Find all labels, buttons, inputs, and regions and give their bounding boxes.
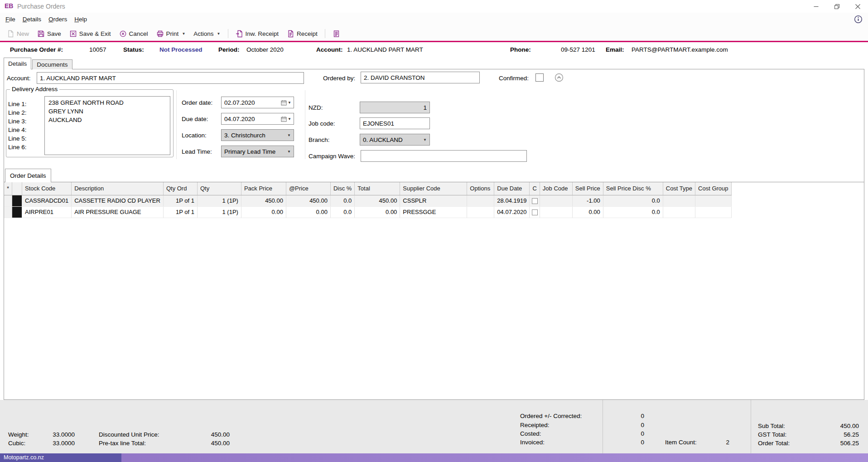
grid-cell[interactable]: AIRPRE01 [22, 206, 72, 218]
help-info-button[interactable] [854, 15, 863, 25]
grid-cell[interactable]: 0.00 [286, 206, 330, 218]
calendar-icon[interactable] [281, 100, 287, 106]
close-button[interactable] [847, 0, 868, 13]
grid-cell[interactable]: 04.07.2020 [494, 206, 530, 218]
grid-cell[interactable] [695, 206, 731, 218]
menu-details[interactable]: Details [19, 13, 45, 26]
grid-col-header[interactable]: Stock Code [22, 182, 72, 195]
order-date-dropdown-arrow[interactable]: ▼ [288, 101, 291, 105]
tab-documents[interactable]: Documents [32, 59, 72, 69]
grid-cell[interactable] [695, 195, 731, 206]
grid-cell[interactable]: 450.00 [355, 195, 400, 206]
account-input[interactable] [37, 72, 304, 84]
grid-cell[interactable]: 1 (1P) [197, 195, 241, 206]
save-exit-button[interactable]: Save & Exit [66, 28, 114, 39]
grid-cell[interactable]: AIR PRESSURE GUAGE [72, 206, 164, 218]
grid-col-header[interactable]: Qty Ord [163, 182, 197, 195]
menu-file[interactable]: File [2, 13, 19, 26]
info-icon [854, 15, 863, 24]
receipt-button[interactable]: Receipt [284, 28, 321, 39]
grid-cell[interactable] [467, 195, 494, 206]
grid-cell[interactable] [530, 195, 540, 206]
grid-cell[interactable]: PRESSGGE [400, 206, 467, 218]
maximize-button[interactable] [826, 0, 847, 13]
grid-col-header[interactable]: Sell Price [572, 182, 603, 195]
account-header-label: Account: [316, 42, 343, 58]
grid-col-header[interactable]: Qty [197, 182, 241, 195]
ordered-by-input[interactable] [361, 72, 480, 83]
grid-col-header[interactable]: Description [72, 182, 164, 195]
order-date-input[interactable]: 02.07.2020 ▼ [221, 97, 294, 108]
grid-col-header[interactable]: Total [355, 182, 400, 195]
grid-col-header[interactable]: Job Code [540, 182, 572, 195]
grid-cell[interactable] [530, 206, 540, 218]
grid-cell[interactable]: 0.0 [330, 206, 354, 218]
cancel-button[interactable]: Cancel [116, 28, 151, 39]
grid-cell[interactable]: 0.0 [603, 195, 663, 206]
grid-col-header[interactable]: Sell Price Disc % [603, 182, 663, 195]
delivery-address-input[interactable]: 238 GREAT NORTH ROAD GREY LYNN AUCKLAND [44, 96, 170, 155]
calendar-icon[interactable] [281, 116, 287, 122]
print-dropdown-arrow[interactable]: ▼ [182, 32, 185, 36]
grid-cell[interactable]: 0.00 [572, 206, 603, 218]
grid-cell[interactable]: 1P of 1 [163, 206, 197, 218]
grid-cell[interactable]: 1 (1P) [197, 206, 241, 218]
grid-cell[interactable] [663, 206, 695, 218]
grid-col-header[interactable]: Pack Price [241, 182, 286, 195]
due-date-input[interactable]: 04.07.2020 ▼ [221, 113, 294, 125]
tab-order-details[interactable]: Order Details [5, 169, 51, 182]
grid-cell[interactable]: 0.0 [330, 195, 354, 206]
grid-cell[interactable]: 1P of 1 [163, 195, 197, 206]
grid-col-header[interactable]: Supplier Code [400, 182, 467, 195]
confirmed-checkbox[interactable] [535, 73, 544, 82]
grid-col-header[interactable]: Due Date [494, 182, 530, 195]
grid-col-header[interactable]: * [4, 182, 12, 195]
job-code-input[interactable] [360, 117, 430, 129]
row-selection-marker[interactable] [12, 206, 22, 218]
grid-col-header[interactable]: Disc % [330, 182, 354, 195]
grid-col-header[interactable] [12, 182, 22, 195]
grid-cell[interactable] [663, 195, 695, 206]
grid-cell[interactable] [540, 195, 572, 206]
print-button[interactable]: Print ▼ [153, 28, 189, 39]
row-selection-marker[interactable] [12, 195, 22, 206]
grid-col-header[interactable]: @Price [286, 182, 330, 195]
due-date-dropdown-arrow[interactable]: ▼ [288, 117, 291, 121]
grid-cell[interactable]: 0.0 [603, 206, 663, 218]
grid-cell[interactable]: 0.00 [355, 206, 400, 218]
row-indicator-cell[interactable] [4, 206, 12, 218]
grid-col-header[interactable]: Options [467, 182, 494, 195]
grid-cell[interactable]: CSSPLR [400, 195, 467, 206]
lead-time-select[interactable]: Primary Lead Time ▼ [221, 146, 294, 157]
notes-button[interactable] [329, 28, 343, 39]
tab-details[interactable]: Details [4, 58, 31, 69]
grid-cell[interactable]: 450.00 [286, 195, 330, 206]
actions-dropdown-arrow[interactable]: ▼ [217, 32, 221, 36]
grid-cell[interactable]: CASSETTE RADIO CD PLAYER [72, 195, 164, 206]
grid-cell[interactable]: 450.00 [241, 195, 286, 206]
menu-help[interactable]: Help [71, 13, 91, 26]
grid-col-header[interactable]: Cost Type [663, 182, 695, 195]
grid-row-checkbox[interactable] [532, 209, 538, 215]
menu-orders[interactable]: Orders [45, 13, 71, 26]
grid-col-header[interactable]: Cost Group [695, 182, 731, 195]
grid-row-checkbox[interactable] [532, 198, 538, 204]
actions-button[interactable]: Actions ▼ [190, 29, 223, 39]
campaign-wave-input[interactable] [361, 150, 527, 162]
grid-cell[interactable] [467, 206, 494, 218]
save-button[interactable]: Save [34, 28, 64, 39]
grid-cell[interactable]: -1.00 [572, 195, 603, 206]
grid-cell[interactable]: 0.00 [241, 206, 286, 218]
footer-summary: Weight: 33.0000 Cubic: 33.0000 Discounte… [0, 400, 868, 453]
grid-col-header[interactable]: C [530, 182, 540, 195]
delivery-address-title: Delivery Address [10, 86, 59, 92]
row-indicator-cell[interactable] [4, 195, 12, 206]
collapse-panel-button[interactable] [555, 73, 564, 84]
grid-cell[interactable]: CASSRADCD01 [22, 195, 72, 206]
location-select[interactable]: 3. Christchurch ▼ [221, 129, 294, 141]
grid-cell[interactable]: 28.04.1919 [494, 195, 530, 206]
inwards-receipt-button[interactable]: Inw. Receipt [232, 28, 282, 39]
minimize-button[interactable] [805, 0, 826, 13]
grid-cell[interactable] [540, 206, 572, 218]
branch-select[interactable]: 0. AUCKLAND ▼ [360, 134, 430, 146]
